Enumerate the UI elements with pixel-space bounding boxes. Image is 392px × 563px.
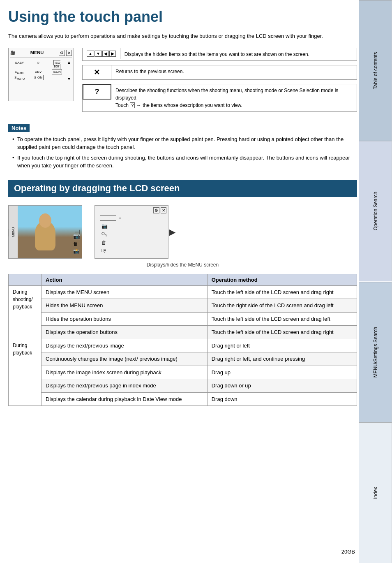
action-cell-4: Displays the next/previous image xyxy=(42,339,208,352)
btn-desc-arrows: ▲ ▼ ◀ ▶ Displays the hidden items so tha… xyxy=(82,48,357,61)
col-header-operation: Operation method xyxy=(207,274,357,285)
scroll-up-icon[interactable]: ▲ xyxy=(67,60,71,65)
table-row: Hides the operation buttons Touch the le… xyxy=(9,312,357,326)
table-row: Displays the operation buttons Touch the… xyxy=(9,326,357,339)
btn-desc-x: ✕ Returns to the previous screen. xyxy=(82,65,357,80)
notes-item-2: If you touch the top right of the screen… xyxy=(12,154,357,170)
close-icon: ✕ xyxy=(66,50,72,56)
btn-desc-x-text: Returns to the previous screen. xyxy=(111,65,188,78)
action-cell-1: Hides the MENU screen xyxy=(42,299,208,313)
grid-item-son: S-ON xyxy=(30,76,46,80)
page-number: 20GB xyxy=(341,549,355,555)
arrow-up: ▲ xyxy=(87,51,94,57)
grid-item-face: ☺ xyxy=(30,61,46,68)
menu-label: MENU xyxy=(30,50,44,55)
notes-label: Notes xyxy=(8,124,30,132)
x-icon: ✕ xyxy=(94,68,100,77)
table-row: Displays the calendar during playback in… xyxy=(9,392,357,406)
arrow-right: ▶ xyxy=(109,51,116,57)
sidebar-tab-toc[interactable]: Table of contents xyxy=(359,0,392,141)
action-cell-3: Displays the operation buttons xyxy=(42,326,208,339)
btn-desc-question: ? Describes the shooting functions when … xyxy=(82,84,357,112)
notes-item-1: To operate the touch panel, press it lig… xyxy=(12,135,357,151)
notes-list: To operate the touch panel, press it lig… xyxy=(8,135,357,170)
operation-cell-6: Drag up xyxy=(207,366,357,379)
table-row: During shooting/ playback Displays the M… xyxy=(9,285,357,299)
right-arrow-overlay: ▶ xyxy=(82,226,82,238)
row-header-shooting: During shooting/ playback xyxy=(9,285,42,339)
page-title: Using the touch panel xyxy=(8,8,357,25)
grid-item-easy: EASY xyxy=(11,61,28,68)
action-cell-8: Displays the calendar during playback in… xyxy=(42,392,208,406)
grid-item-dev: DEV xyxy=(30,70,46,74)
question-icon: ? xyxy=(95,88,99,96)
right-sidebar: Table of contents Operation Search MENU/… xyxy=(359,0,392,563)
camera-bottom-icon3: 📸 xyxy=(73,248,80,254)
lcd-operations-table: Action Operation method During shooting/… xyxy=(8,274,357,406)
operation-cell-7: Drag down or up xyxy=(207,379,357,393)
menu-item-1: □ ↔ xyxy=(100,215,166,221)
action-cell-7: Displays the next/previous page in index… xyxy=(42,379,208,393)
table-row: Displays the next/previous page in index… xyxy=(9,379,357,393)
sidebar-tab-menu-settings[interactable]: MENU/Settings Search xyxy=(359,282,392,422)
back-icon: ⊣ xyxy=(74,228,80,235)
grid-item-smoto: SMOTO xyxy=(11,76,28,80)
menu-screen-close: ✕ xyxy=(161,207,166,213)
diagram-caption: Displays/hides the MENU screen xyxy=(8,262,357,268)
row-header-playback: During playback xyxy=(9,339,42,406)
camera-bottom-icon2: 🗑 xyxy=(73,241,80,247)
arrow-down: ▼ xyxy=(95,51,102,57)
grid-item-sauto: SAUTO xyxy=(11,70,28,74)
operation-cell-3: Touch the left side of the LCD screen an… xyxy=(207,326,357,339)
col-header-0 xyxy=(9,274,42,285)
right-arrow-menu: ▶ xyxy=(169,227,175,236)
table-row: Hides the MENU screen Touch the right si… xyxy=(9,299,357,313)
touch-panel-section: 🎥 MENU ⚙ ✕ EASY ☺ ISO100 SAUTO DEV iSCN xyxy=(8,48,357,116)
action-cell-5: Continuously changes the image (next/ pr… xyxy=(42,352,208,366)
lcd-section-heading: Operating by dragging the LCD screen xyxy=(8,180,357,197)
notes-section: Notes To operate the touch panel, press … xyxy=(8,124,357,170)
operation-cell-5: Drag right or left, and continue pressin… xyxy=(207,352,357,366)
table-row: Continuously changes the image (next/ pr… xyxy=(9,352,357,366)
menu-item-2: 📷 xyxy=(100,223,166,229)
lcd-diagram-left: MENU 📷 🗑 📸 ⊣ ◀ xyxy=(8,205,82,259)
intro-text: The camera allows you to perform operati… xyxy=(8,32,357,40)
left-arrow-overlay: ◀ xyxy=(8,226,9,238)
menu-item-5: ⎕y xyxy=(100,248,166,253)
grid-item-iso: ISO100 xyxy=(48,61,65,68)
camera-ui-diagram: 🎥 MENU ⚙ ✕ EASY ☺ ISO100 SAUTO DEV iSCN xyxy=(8,48,74,101)
button-descriptions: ▲ ▼ ◀ ▶ Displays the hidden items so tha… xyxy=(82,48,357,116)
grid-item-iscn: iSCN xyxy=(48,70,65,74)
table-row: Displays the image index screen during p… xyxy=(9,366,357,379)
operation-cell-4: Drag right or left xyxy=(207,339,357,352)
operation-cell-0: Touch the left side of the LCD screen an… xyxy=(207,285,357,299)
lcd-drag-diagrams: MENU 📷 🗑 📸 ⊣ ◀ xyxy=(8,205,357,259)
sidebar-tab-index[interactable]: Index xyxy=(359,422,392,563)
lcd-diagram-right: ⚙ ✕ □ ↔ 📷 On 🗑 xyxy=(95,205,168,259)
operation-cell-2: Touch the left side of the LCD screen an… xyxy=(207,312,357,326)
menu-item-3: On xyxy=(100,232,166,237)
col-header-action: Action xyxy=(42,274,208,285)
action-cell-2: Hides the operation buttons xyxy=(42,312,208,326)
menu-screen-settings: ⚙ xyxy=(153,207,159,213)
action-cell-0: Displays the MENU screen xyxy=(42,285,208,299)
camera-ui-icon: 🎥 xyxy=(10,51,15,55)
table-row: During playback Displays the next/previo… xyxy=(9,339,357,352)
menu-item-4: 🗑 xyxy=(100,240,166,246)
btn-desc-arrows-text: Displays the hidden items so that the it… xyxy=(120,48,314,60)
settings-icon: ⚙ xyxy=(59,50,65,56)
action-cell-6: Displays the image index screen during p… xyxy=(42,366,208,379)
sidebar-tab-operation-search[interactable]: Operation Search xyxy=(359,141,392,281)
btn-desc-question-text: Describes the shooting functions when th… xyxy=(111,84,357,111)
arrow-left: ◀ xyxy=(102,51,109,57)
operation-cell-1: Touch the right side of the LCD screen a… xyxy=(207,299,357,313)
menu-side-label: MENU xyxy=(12,227,15,237)
operation-cell-8: Drag down xyxy=(207,392,357,406)
scroll-down-icon[interactable]: ▼ xyxy=(67,76,71,81)
